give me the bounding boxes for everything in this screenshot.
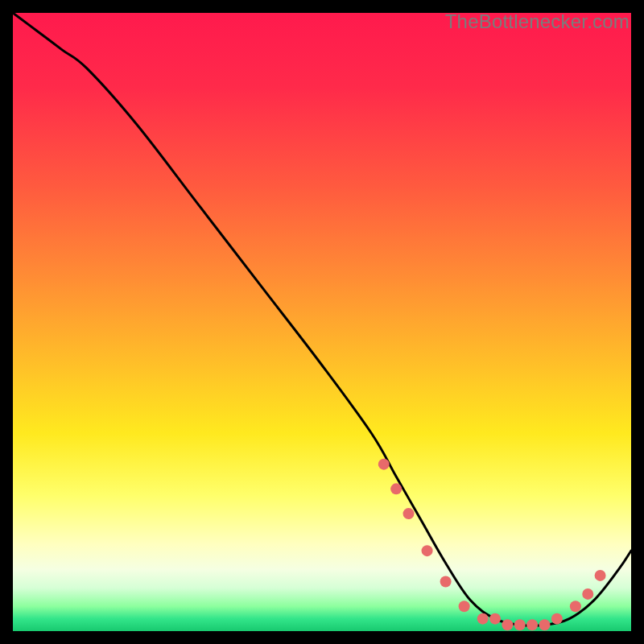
curve-dot (551, 613, 563, 625)
curve-dot (595, 570, 606, 581)
plot-area: TheBottlenecker.com (13, 13, 631, 631)
curve-dot (570, 601, 581, 612)
curve-dot (459, 601, 470, 612)
bottleneck-curve (13, 13, 631, 625)
curve-dot (378, 459, 390, 470)
curve-dot (489, 613, 501, 625)
chart-canvas: TheBottlenecker.com (0, 0, 644, 644)
curve-dot (422, 545, 433, 556)
curve-dot (582, 588, 593, 600)
curve-dot (526, 619, 538, 630)
curve-dot (539, 619, 550, 630)
curve-dot (502, 619, 513, 630)
curve-dot (514, 619, 526, 630)
chart-svg (13, 13, 631, 631)
curve-dots (378, 459, 606, 631)
curve-dot (477, 613, 489, 625)
curve-dot (440, 576, 452, 588)
curve-dot (390, 483, 402, 494)
curve-dot (403, 508, 415, 519)
